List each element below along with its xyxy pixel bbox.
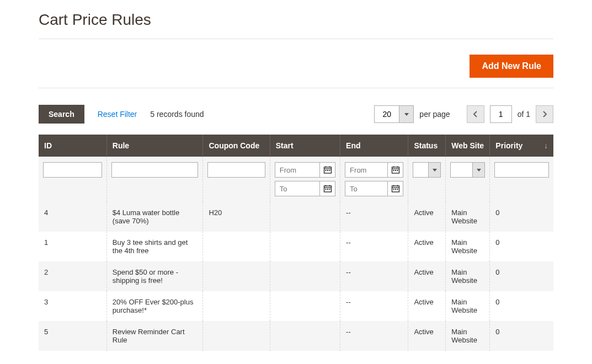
cell-start — [270, 261, 340, 291]
svg-rect-5 — [325, 170, 326, 171]
cell-website: Main Website — [446, 321, 490, 351]
chevron-right-icon — [542, 111, 547, 117]
svg-rect-6 — [327, 170, 328, 171]
svg-rect-27 — [395, 189, 396, 190]
calendar-button[interactable] — [387, 181, 403, 196]
cell-status: Active — [408, 291, 446, 321]
calendar-button[interactable] — [319, 181, 335, 196]
grid-toolbar: Search Reset Filter 5 records found per … — [39, 105, 553, 124]
cell-start — [270, 321, 340, 351]
cell-end: -- — [340, 261, 408, 291]
cell-rule: Review Reminder Cart Rule — [106, 321, 203, 351]
rules-grid: ID Rule Coupon Code Start End Status Web… — [39, 135, 553, 351]
cell-start — [270, 202, 340, 232]
svg-rect-28 — [397, 189, 398, 190]
column-header-rule[interactable]: Rule — [106, 135, 203, 157]
calendar-button[interactable] — [319, 163, 335, 177]
reset-filter-link[interactable]: Reset Filter — [98, 110, 137, 119]
cell-priority: 0 — [490, 202, 553, 232]
cell-id: 1 — [39, 232, 106, 261]
table-row[interactable]: 2Spend $50 or more - shipping is free!--… — [39, 261, 553, 291]
cell-id: 2 — [39, 261, 106, 291]
filter-website-select[interactable] — [450, 162, 485, 178]
table-row[interactable]: 1Buy 3 tee shirts and get the 4th free--… — [39, 232, 553, 261]
chevron-down-icon — [404, 111, 409, 117]
per-page-select[interactable] — [374, 105, 414, 123]
chevron-down-icon — [432, 167, 438, 173]
cell-id: 4 — [39, 202, 106, 232]
column-header-website[interactable]: Web Site — [446, 135, 490, 157]
table-row[interactable]: 320% OFF Ever $200-plus purchase!*--Acti… — [39, 291, 553, 321]
next-page-button[interactable] — [536, 105, 553, 123]
cell-end: -- — [340, 202, 408, 232]
cell-rule: $4 Luma water bottle (save 70%) — [106, 202, 203, 232]
current-page-input[interactable] — [490, 105, 512, 123]
add-new-rule-button[interactable]: Add New Rule — [470, 55, 553, 78]
cell-id: 5 — [39, 321, 106, 351]
svg-rect-19 — [393, 170, 394, 171]
chevron-left-icon — [473, 111, 478, 117]
cell-end: -- — [340, 291, 408, 321]
cell-priority: 0 — [490, 291, 553, 321]
table-row[interactable]: 4$4 Luma water bottle (save 70%)H20--Act… — [39, 202, 553, 232]
total-pages-label: of 1 — [518, 110, 530, 119]
filter-start-from-input[interactable] — [275, 163, 319, 177]
filter-status-select[interactable] — [413, 162, 441, 178]
filter-row — [39, 157, 553, 202]
per-page-dropdown-toggle[interactable] — [399, 106, 413, 122]
filter-priority-input[interactable] — [494, 162, 549, 178]
cell-coupon — [203, 291, 270, 321]
svg-rect-21 — [397, 170, 398, 171]
records-found-label: 5 records found — [150, 110, 204, 119]
filter-end-to-input[interactable] — [345, 181, 387, 196]
svg-rect-13 — [327, 189, 328, 190]
cell-website: Main Website — [446, 202, 490, 232]
table-row[interactable]: 5Review Reminder Cart Rule--ActiveMain W… — [39, 321, 553, 351]
column-header-priority-label: Priority — [495, 141, 522, 150]
cell-end: -- — [340, 232, 408, 261]
pager: per page of 1 — [374, 105, 553, 123]
column-header-status[interactable]: Status — [408, 135, 446, 157]
cell-website: Main Website — [446, 261, 490, 291]
cell-priority: 0 — [490, 232, 553, 261]
calendar-icon — [323, 184, 332, 193]
cell-priority: 0 — [490, 261, 553, 291]
column-header-start[interactable]: Start — [270, 135, 340, 157]
column-header-priority[interactable]: Priority ↓ — [490, 135, 553, 157]
column-header-id[interactable]: ID — [39, 135, 106, 157]
cell-start — [270, 291, 340, 321]
per-page-input[interactable] — [375, 106, 399, 122]
filter-start-to[interactable] — [275, 181, 335, 196]
filter-rule-input[interactable] — [111, 162, 199, 178]
page-actions: Add New Rule — [39, 45, 553, 88]
column-header-coupon-code[interactable]: Coupon Code — [203, 135, 270, 157]
cell-coupon — [203, 321, 270, 351]
column-header-end[interactable]: End — [340, 135, 408, 157]
sort-arrow-icon: ↓ — [544, 141, 548, 150]
prev-page-button[interactable] — [467, 105, 484, 123]
filter-end-from[interactable] — [345, 162, 403, 178]
cell-coupon — [203, 232, 270, 261]
page-title: Cart Price Rules — [39, 11, 553, 39]
chevron-down-icon — [476, 167, 482, 173]
per-page-label: per page — [419, 110, 450, 119]
cell-id: 3 — [39, 291, 106, 321]
cell-start — [270, 232, 340, 261]
svg-rect-7 — [329, 170, 330, 171]
calendar-button[interactable] — [387, 163, 403, 177]
svg-rect-12 — [325, 189, 326, 190]
search-button[interactable]: Search — [39, 105, 84, 124]
calendar-icon — [323, 165, 332, 174]
cell-end: -- — [340, 321, 408, 351]
filter-start-from[interactable] — [275, 162, 335, 178]
filter-coupon-input[interactable] — [207, 162, 265, 178]
cell-rule: Spend $50 or more - shipping is free! — [106, 261, 203, 291]
filter-id-input[interactable] — [43, 162, 102, 178]
filter-start-to-input[interactable] — [275, 181, 319, 196]
filter-end-from-input[interactable] — [345, 163, 387, 177]
filter-end-to[interactable] — [345, 181, 403, 196]
cell-rule: 20% OFF Ever $200-plus purchase!* — [106, 291, 203, 321]
svg-rect-26 — [393, 189, 394, 190]
svg-marker-30 — [477, 169, 481, 172]
cell-priority: 0 — [490, 321, 553, 351]
